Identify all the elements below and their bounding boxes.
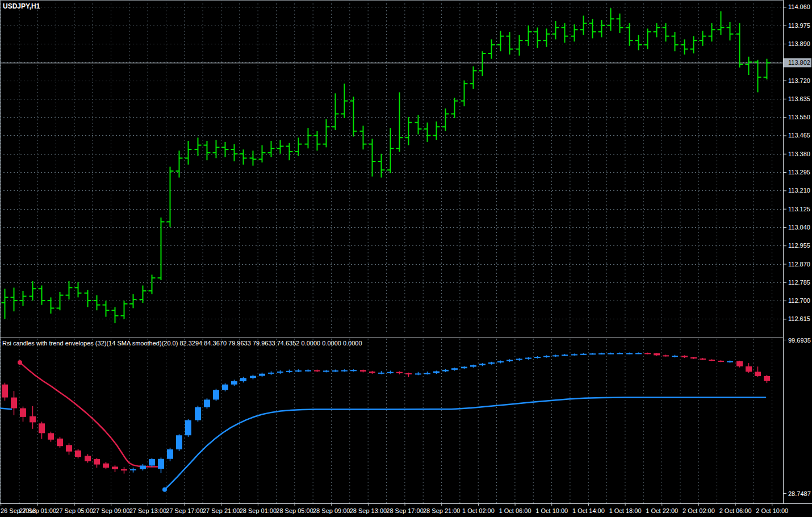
svg-text:28 Sep 21:00: 28 Sep 21:00 bbox=[423, 507, 460, 514]
svg-text:113.802: 113.802 bbox=[788, 59, 810, 66]
svg-text:113.890: 113.890 bbox=[788, 40, 810, 47]
time-axis-labels: 26 Sep 201827 Sep 01:0027 Sep 05:0027 Se… bbox=[1, 503, 788, 514]
svg-text:112.615: 112.615 bbox=[788, 315, 810, 322]
svg-text:27 Sep 05:00: 27 Sep 05:00 bbox=[56, 507, 93, 514]
price-axis-canvas: 114.060113.975113.890113.720113.635113.5… bbox=[783, 0, 812, 503]
svg-text:113.635: 113.635 bbox=[788, 95, 810, 102]
blue-line-start-dot bbox=[162, 487, 167, 492]
svg-text:27 Sep 17:00: 27 Sep 17:00 bbox=[166, 507, 203, 514]
svg-text:113.125: 113.125 bbox=[788, 206, 810, 212]
svg-text:1 Oct 02:00: 1 Oct 02:00 bbox=[462, 507, 495, 514]
svg-text:113.295: 113.295 bbox=[788, 169, 810, 176]
svg-text:112.785: 112.785 bbox=[788, 279, 810, 286]
svg-text:27 Sep 13:00: 27 Sep 13:00 bbox=[129, 507, 166, 514]
svg-text:27 Sep 09:00: 27 Sep 09:00 bbox=[93, 507, 129, 514]
svg-text:27 Sep 01:00: 27 Sep 01:00 bbox=[19, 507, 56, 514]
svg-text:28 Sep 05:00: 28 Sep 05:00 bbox=[276, 507, 313, 514]
svg-text:113.975: 113.975 bbox=[788, 22, 810, 29]
svg-text:114.060: 114.060 bbox=[788, 3, 810, 10]
svg-text:28 Sep 17:00: 28 Sep 17:00 bbox=[386, 507, 423, 514]
blue-sma-envelope-line bbox=[165, 398, 765, 490]
ohlc-chart-canvas bbox=[0, 0, 783, 334]
rsi-candles bbox=[2, 352, 770, 473]
svg-text:113.465: 113.465 bbox=[788, 132, 810, 139]
blue-sma-left-stub bbox=[0, 408, 11, 410]
svg-text:28 Sep 09:00: 28 Sep 09:00 bbox=[313, 507, 350, 514]
time-axis-canvas: 26 Sep 201827 Sep 01:0027 Sep 05:0027 Se… bbox=[0, 503, 812, 517]
mt4-chart-window: USDJPY,H1 Rsi candles with trend envelop… bbox=[0, 0, 812, 517]
svg-text:1 Oct 06:00: 1 Oct 06:00 bbox=[499, 507, 531, 514]
svg-text:1 Oct 10:00: 1 Oct 10:00 bbox=[535, 507, 568, 514]
indicator-title: Rsi candles with trend envelopes (32)(14… bbox=[2, 340, 362, 347]
svg-text:1 Oct 22:00: 1 Oct 22:00 bbox=[646, 507, 678, 514]
main-price-chart-pane[interactable] bbox=[0, 0, 783, 334]
pane-divider[interactable] bbox=[0, 337, 783, 337]
svg-text:113.720: 113.720 bbox=[788, 77, 810, 84]
svg-text:112.700: 112.700 bbox=[788, 297, 810, 304]
indicator-scale-label: 99.6935 bbox=[788, 337, 811, 344]
indicator-scale-label: 28.7487 bbox=[788, 490, 811, 497]
main-grid bbox=[0, 0, 783, 334]
rsi-indicator-pane[interactable] bbox=[0, 339, 783, 503]
price-axis[interactable]: 114.060113.975113.890113.720113.635113.5… bbox=[783, 0, 812, 503]
svg-text:1 Oct 14:00: 1 Oct 14:00 bbox=[572, 507, 605, 514]
svg-text:1 Oct 18:00: 1 Oct 18:00 bbox=[609, 507, 642, 514]
svg-text:112.870: 112.870 bbox=[788, 261, 810, 268]
indicator-grid bbox=[1, 339, 772, 503]
svg-text:2 Oct 02:00: 2 Oct 02:00 bbox=[683, 507, 715, 514]
symbol-period-title: USDJPY,H1 bbox=[3, 2, 40, 10]
svg-text:113.550: 113.550 bbox=[788, 114, 810, 120]
red-sma-envelope-line bbox=[20, 362, 158, 467]
ohlc-bars bbox=[2, 8, 771, 323]
price-axis-labels: 114.060113.975113.890113.720113.635113.5… bbox=[783, 3, 810, 322]
svg-text:28 Sep 13:00: 28 Sep 13:00 bbox=[350, 507, 387, 514]
svg-text:112.955: 112.955 bbox=[788, 242, 810, 249]
svg-text:113.210: 113.210 bbox=[788, 187, 810, 194]
svg-text:27 Sep 21:00: 27 Sep 21:00 bbox=[203, 507, 240, 514]
svg-text:2 Oct 06:00: 2 Oct 06:00 bbox=[719, 507, 752, 514]
svg-text:2 Oct 10:00: 2 Oct 10:00 bbox=[756, 507, 788, 514]
indicator-canvas bbox=[0, 339, 783, 503]
time-axis[interactable]: 26 Sep 201827 Sep 01:0027 Sep 05:0027 Se… bbox=[0, 503, 812, 517]
svg-text:28 Sep 01:00: 28 Sep 01:00 bbox=[240, 507, 277, 514]
svg-text:113.380: 113.380 bbox=[788, 151, 810, 157]
red-line-start-dot bbox=[18, 360, 22, 365]
svg-text:113.040: 113.040 bbox=[788, 224, 810, 231]
